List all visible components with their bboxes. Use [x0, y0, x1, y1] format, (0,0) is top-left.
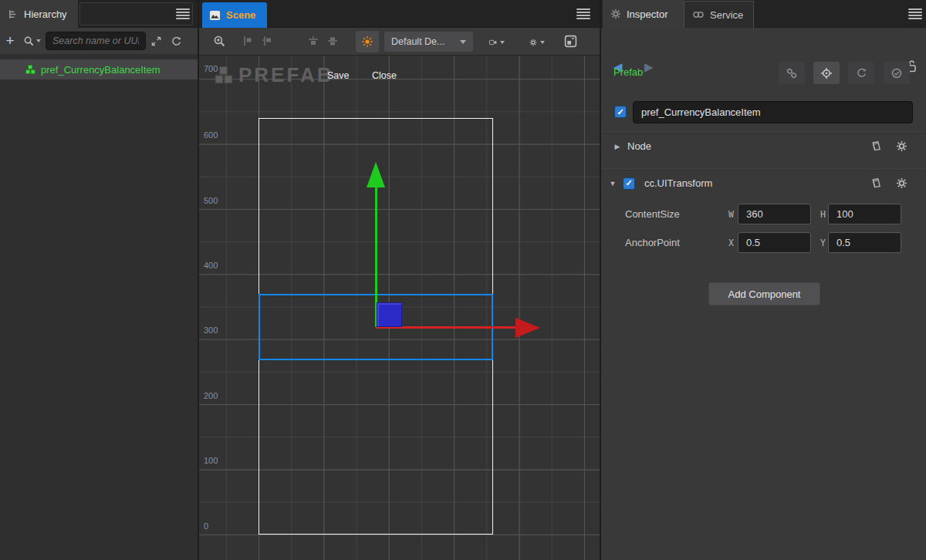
prefab-cubes-icon [25, 64, 36, 76]
ruler-label: 400 [204, 261, 218, 270]
hierarchy-tree-icon [7, 8, 19, 20]
prefab-watermark-label: PREFAB [238, 63, 333, 87]
node-section-header[interactable]: ▶ Node [601, 133, 926, 159]
x-label: X [728, 238, 734, 248]
inspector-panel: Inspector Service ◀ ▶ Prefab [600, 0, 926, 560]
prefab-cubes-watermark-icon [213, 65, 235, 86]
tab-service[interactable]: Service [684, 1, 754, 28]
scene-image-icon [209, 10, 221, 21]
search-input[interactable] [46, 32, 146, 50]
inspector-tab-label: Inspector [627, 8, 667, 20]
node-active-checkbox[interactable] [614, 106, 627, 118]
ruler-label: 0 [204, 521, 208, 531]
gizmo-y-axis-arrowhead[interactable] [367, 162, 385, 187]
gizmo-x-axis-arrowhead[interactable] [515, 318, 540, 338]
display-mode-value: Default De... [391, 36, 444, 47]
prefab-apply-button[interactable] [884, 62, 910, 84]
node-name-row [601, 101, 926, 123]
scene-menu-icon[interactable] [576, 8, 590, 19]
search-filter-caret-icon [36, 39, 41, 42]
create-node-button[interactable]: + [0, 29, 20, 52]
inspector-gear-icon [610, 8, 621, 19]
uitransform-docs-book-icon[interactable] [870, 177, 882, 189]
scene-tabbar: Scene [199, 0, 600, 28]
gear-icon [529, 36, 537, 49]
prefab-unlink-button[interactable] [779, 62, 805, 84]
prefab-reset-button[interactable] [848, 62, 874, 84]
hierarchy-panel: Hierarchy + [0, 0, 199, 560]
ruler-label: 600 [204, 130, 218, 140]
node-docs-book-icon[interactable] [870, 140, 882, 152]
hierarchy-item-prefab-root[interactable]: pref_CurrencyBalanceItem [0, 59, 198, 79]
anchor-point-y-input[interactable] [828, 232, 901, 253]
display-mode-select[interactable]: Default De... [384, 32, 473, 52]
inspector-tabbar: Inspector Service [601, 0, 926, 28]
prefab-mode-watermark: PREFAB [213, 63, 333, 87]
prefab-save-button[interactable]: Save [327, 70, 350, 81]
content-size-h-input[interactable] [828, 204, 901, 224]
display-mode-caret-icon [460, 40, 466, 44]
hierarchy-tree: pref_CurrencyBalanceItem [0, 54, 198, 560]
node-collapse-arrow-icon[interactable]: ▶ [612, 143, 623, 150]
scene-tab-label: Scene [226, 9, 255, 21]
uitransform-section-label: cc.UITransform [644, 177, 712, 189]
align-middle-v-icon[interactable] [326, 35, 342, 49]
prefab-locate-button[interactable] [813, 62, 840, 84]
camera-settings-button[interactable] [489, 35, 505, 49]
service-link-icon [692, 10, 705, 19]
locate-icon [820, 67, 833, 79]
editor-window: Hierarchy + [0, 0, 926, 560]
anchor-point-row: AnchorPoint X Y [601, 232, 926, 254]
anchor-point-label: AnchorPoint [625, 237, 680, 248]
content-size-w-input[interactable] [738, 204, 811, 224]
search-filter-button[interactable] [20, 35, 46, 47]
hierarchy-tabbar: Hierarchy [0, 0, 198, 28]
hierarchy-item-label: pref_CurrencyBalanceItem [41, 64, 161, 76]
inspector-menu-icon[interactable] [908, 8, 922, 19]
refresh-icon[interactable] [171, 35, 191, 47]
gizmo-xy-plane-handle[interactable] [377, 302, 402, 327]
y-label: Y [820, 238, 826, 248]
align-center-h-icon[interactable] [261, 35, 276, 49]
inspector-body: ◀ ▶ Prefab [601, 28, 926, 560]
reset-icon [856, 67, 867, 79]
camera-icon [489, 37, 497, 48]
uitransform-enabled-checkbox[interactable] [623, 177, 635, 190]
content-size-label: ContentSize [625, 208, 680, 220]
scene-gizmo-settings-button[interactable] [529, 35, 545, 49]
hierarchy-toolbar: + [0, 28, 198, 54]
scene-viewport[interactable]: 700 600 500 400 300 200 100 0 PREFAB Sav… [199, 56, 600, 560]
content-size-row: ContentSize W H [601, 204, 926, 225]
h-label: H [820, 209, 826, 220]
tab-hierarchy[interactable]: Hierarchy [0, 0, 78, 28]
prefab-label: Prefab [613, 66, 643, 78]
search-icon [23, 35, 35, 47]
tab-inspector[interactable]: Inspector [603, 0, 684, 28]
uitransform-settings-gear-icon[interactable] [896, 177, 907, 189]
gizmo-light-toggle[interactable] [356, 31, 379, 52]
tab-scene[interactable]: Scene [202, 2, 267, 28]
hierarchy-tab-label: Hierarchy [24, 8, 67, 20]
prefab-row: Prefab [601, 62, 926, 85]
ruler-label: 500 [204, 196, 218, 205]
service-tab-label: Service [710, 9, 743, 21]
expand-collapse-icon[interactable] [150, 35, 171, 47]
add-component-button[interactable]: Add Component [708, 282, 820, 305]
node-section-label: Node [627, 140, 651, 152]
layout-window-icon[interactable] [564, 35, 580, 49]
ruler-label: 200 [204, 391, 218, 400]
prefab-close-button[interactable]: Close [372, 70, 397, 81]
uitransform-collapse-arrow-icon[interactable]: ▼ [607, 180, 618, 187]
node-settings-gear-icon[interactable] [896, 140, 907, 152]
align-top-icon[interactable] [307, 35, 323, 49]
hierarchy-menu-icon[interactable] [176, 8, 190, 19]
uitransform-section-header[interactable]: ▼ cc.UITransform [601, 170, 926, 196]
ruler-label: 100 [204, 456, 218, 465]
ruler-label: 300 [204, 326, 218, 335]
align-left-icon[interactable] [242, 35, 257, 49]
anchor-point-x-input[interactable] [738, 232, 811, 253]
w-label: W [728, 209, 734, 220]
scene-toolbar: Default De... [199, 28, 600, 56]
zoom-icon[interactable] [213, 35, 228, 49]
node-name-input[interactable] [633, 101, 913, 123]
